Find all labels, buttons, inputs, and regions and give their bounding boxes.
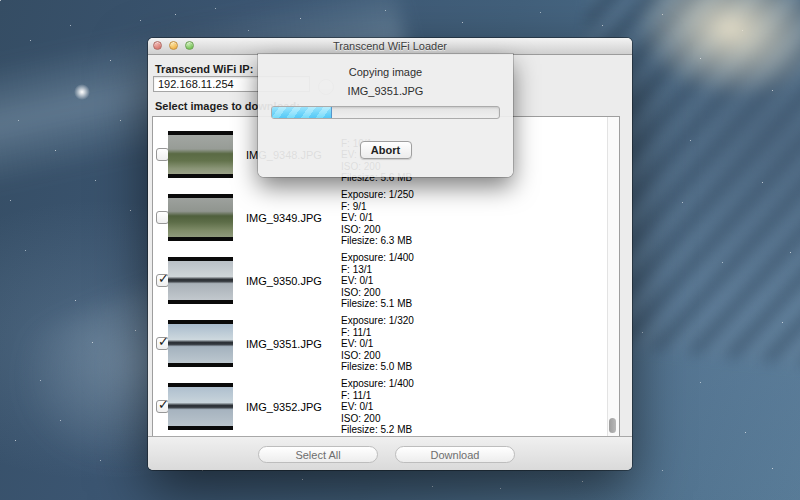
exif-line: F: 13/1 — [341, 264, 414, 276]
wallpaper-bright-star — [74, 84, 90, 100]
image-filename: IMG_9349.JPG — [246, 212, 322, 224]
exif-line: ISO: 200 — [341, 224, 414, 236]
exif-line: ISO: 200 — [341, 413, 414, 425]
exif-details: Exposure: 1/400 F: 11/1 EV: 0/1 ISO: 200… — [341, 378, 414, 436]
exif-line: EV: 0/1 — [341, 212, 414, 224]
exif-details: Exposure: 1/320 F: 11/1 EV: 0/1 ISO: 200… — [341, 315, 414, 373]
thumbnail-photo — [168, 261, 233, 300]
exif-details: Exposure: 1/400 F: 13/1 EV: 0/1 ISO: 200… — [341, 252, 414, 310]
exif-line: Exposure: 1/320 — [341, 315, 414, 327]
dialog-filename: IMG_9351.JPG — [258, 85, 513, 97]
list-item[interactable]: ✓ IMG_9351.JPG Exposure: 1/320 F: 11/1 E… — [153, 312, 608, 375]
exif-line: ISO: 200 — [341, 350, 414, 362]
thumbnail-photo — [168, 135, 233, 174]
thumbnail-photo — [168, 387, 233, 426]
exif-line: F: 11/1 — [341, 390, 414, 402]
list-item[interactable]: ✓ IMG_9350.JPG Exposure: 1/400 F: 13/1 E… — [153, 249, 608, 312]
image-thumbnail — [168, 320, 233, 367]
image-thumbnail — [168, 194, 233, 241]
exif-line: F: 9/1 — [341, 201, 414, 213]
progress-bar — [271, 106, 500, 119]
image-thumbnail — [168, 383, 233, 430]
list-item[interactable]: ✓ IMG_9352.JPG Exposure: 1/400 F: 11/1 E… — [153, 375, 608, 437]
exif-line: EV: 0/1 — [341, 275, 414, 287]
abort-button[interactable]: Abort — [360, 141, 412, 159]
window-title: Transcend WiFi Loader — [148, 40, 632, 52]
thumbnail-photo — [168, 324, 233, 363]
scrollbar-track[interactable] — [607, 117, 619, 436]
exif-line: Exposure: 1/250 — [341, 189, 414, 201]
exif-line: Filesize: 5.1 MB — [341, 298, 414, 310]
exif-line: EV: 0/1 — [341, 401, 414, 413]
exif-line: Exposure: 1/400 — [341, 378, 414, 390]
dialog-title: Copying image — [258, 66, 513, 78]
title-bar[interactable]: Transcend WiFi Loader — [148, 38, 632, 55]
progress-fill — [272, 107, 332, 118]
exif-line: F: 11/1 — [341, 327, 414, 339]
exif-line: ISO: 200 — [341, 287, 414, 299]
copying-dialog: Copying image IMG_9351.JPG Abort — [258, 54, 513, 177]
exif-line: Filesize: 5.2 MB — [341, 424, 414, 436]
scrollbar-thumb[interactable] — [609, 418, 616, 433]
image-filename: IMG_9351.JPG — [246, 338, 322, 350]
select-all-button[interactable]: Select All — [258, 446, 378, 463]
image-filename: IMG_9352.JPG — [246, 401, 322, 413]
exif-line: Exposure: 1/400 — [341, 252, 414, 264]
image-thumbnail — [168, 131, 233, 178]
footer-bar: Select All Download — [148, 436, 632, 470]
list-item[interactable]: ✓ IMG_9349.JPG Exposure: 1/250 F: 9/1 EV… — [153, 186, 608, 249]
download-button[interactable]: Download — [395, 446, 515, 463]
image-filename: IMG_9350.JPG — [246, 275, 322, 287]
exif-line: Filesize: 5.0 MB — [341, 361, 414, 373]
thumbnail-photo — [168, 198, 233, 237]
app-window: Transcend WiFi Loader Transcend WiFi IP:… — [148, 38, 632, 470]
exif-line: Filesize: 6.3 MB — [341, 235, 414, 247]
wifi-ip-label: Transcend WiFi IP: — [155, 63, 253, 75]
image-thumbnail — [168, 257, 233, 304]
exif-details: Exposure: 1/250 F: 9/1 EV: 0/1 ISO: 200 … — [341, 189, 414, 247]
exif-line: EV: 0/1 — [341, 338, 414, 350]
wallpaper-stars — [0, 0, 1, 1]
